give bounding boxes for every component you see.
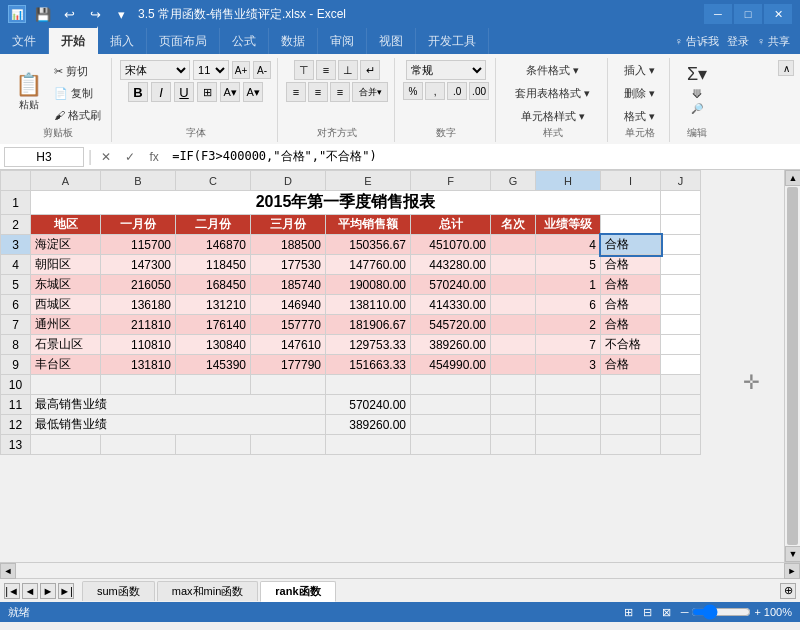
formula-input[interactable] bbox=[168, 147, 796, 167]
cell-3-B[interactable]: 115700 bbox=[101, 235, 176, 255]
customize-button[interactable]: ▾ bbox=[110, 3, 132, 25]
name-box[interactable] bbox=[4, 147, 84, 167]
underline-button[interactable]: U bbox=[174, 82, 194, 102]
cell-7-I[interactable] bbox=[661, 315, 701, 335]
cell-3-F[interactable]: 451070.00 bbox=[411, 235, 491, 255]
cell-9-G[interactable] bbox=[491, 355, 536, 375]
view-break-btn[interactable]: ⊠ bbox=[662, 606, 671, 619]
cell-5-H[interactable]: 合格 bbox=[601, 275, 661, 295]
cell-10-E[interactable] bbox=[326, 375, 411, 395]
next-sheet-btn[interactable]: ► bbox=[40, 583, 56, 599]
cell-13-B[interactable] bbox=[101, 435, 176, 455]
cell-4-D[interactable]: 177530 bbox=[251, 255, 326, 275]
cell-10-F[interactable] bbox=[411, 375, 491, 395]
sheet-tab-sum[interactable]: sum函数 bbox=[82, 581, 155, 601]
tab-page-layout[interactable]: 页面布局 bbox=[147, 28, 220, 54]
tab-data[interactable]: 数据 bbox=[269, 28, 318, 54]
cell-12-G[interactable] bbox=[491, 415, 536, 435]
vertical-scrollbar[interactable]: ▲ ▼ bbox=[784, 170, 800, 562]
zoom-in-btn[interactable]: + bbox=[754, 606, 760, 618]
row-header-2[interactable]: 2 bbox=[1, 215, 31, 235]
cell-10-B[interactable] bbox=[101, 375, 176, 395]
cell-7-A[interactable]: 通州区 bbox=[31, 315, 101, 335]
insert-cell-btn[interactable]: 插入 ▾ bbox=[620, 60, 659, 80]
cell-2-D[interactable]: 三月份 bbox=[251, 215, 326, 235]
cell-8-B[interactable]: 110810 bbox=[101, 335, 176, 355]
cell-6-E[interactable]: 138110.00 bbox=[326, 295, 411, 315]
cell-2-C[interactable]: 二月份 bbox=[176, 215, 251, 235]
cell-3-G[interactable] bbox=[491, 235, 536, 255]
sheet-tab-rank[interactable]: rank函数 bbox=[260, 581, 335, 602]
autosum-button[interactable]: Σ▾ ⟱ 🔎 bbox=[679, 60, 715, 129]
cell-9-I[interactable] bbox=[661, 355, 701, 375]
col-header-A[interactable]: A bbox=[31, 171, 101, 191]
cell-8-H[interactable]: 不合格 bbox=[601, 335, 661, 355]
cell-9-E[interactable]: 151663.33 bbox=[326, 355, 411, 375]
tab-formula[interactable]: 公式 bbox=[220, 28, 269, 54]
cell-6-G2[interactable]: 6 bbox=[536, 295, 601, 315]
cell-2-E[interactable]: 平均销售额 bbox=[326, 215, 411, 235]
row-header-7[interactable]: 7 bbox=[1, 315, 31, 335]
col-header-I[interactable]: I bbox=[601, 171, 661, 191]
cell-2-J[interactable] bbox=[661, 215, 701, 235]
cell-11-G[interactable] bbox=[491, 395, 536, 415]
col-header-F[interactable]: F bbox=[411, 171, 491, 191]
first-sheet-btn[interactable]: |◄ bbox=[4, 583, 20, 599]
cell-8-D[interactable]: 147610 bbox=[251, 335, 326, 355]
cell-5-C[interactable]: 168450 bbox=[176, 275, 251, 295]
cell-12-I[interactable] bbox=[601, 415, 661, 435]
zoom-slider[interactable] bbox=[691, 604, 751, 620]
cell-8-F[interactable]: 389260.00 bbox=[411, 335, 491, 355]
cell-12-J[interactable] bbox=[661, 415, 701, 435]
cell-5-G2[interactable]: 1 bbox=[536, 275, 601, 295]
col-header-E[interactable]: E bbox=[326, 171, 411, 191]
maximize-button[interactable]: □ bbox=[734, 4, 762, 24]
col-header-C[interactable]: C bbox=[176, 171, 251, 191]
cell-10-G[interactable] bbox=[491, 375, 536, 395]
cell-7-F[interactable]: 545720.00 bbox=[411, 315, 491, 335]
view-page-btn[interactable]: ⊟ bbox=[643, 606, 652, 619]
font-size-up-btn[interactable]: A+ bbox=[232, 61, 250, 79]
row-header-3[interactable]: 3 bbox=[1, 235, 31, 255]
row-header-11[interactable]: 11 bbox=[1, 395, 31, 415]
cell-13-A[interactable] bbox=[31, 435, 101, 455]
cell-7-G[interactable] bbox=[491, 315, 536, 335]
cell-9-H[interactable]: 合格 bbox=[601, 355, 661, 375]
cell-3-E[interactable]: 150356.67 bbox=[326, 235, 411, 255]
confirm-formula-btn[interactable]: ✓ bbox=[120, 147, 140, 167]
cell-8-C[interactable]: 130840 bbox=[176, 335, 251, 355]
cell-4-C[interactable]: 118450 bbox=[176, 255, 251, 275]
cell-7-C[interactable]: 176140 bbox=[176, 315, 251, 335]
cell-12-H[interactable] bbox=[536, 415, 601, 435]
comma-btn[interactable]: , bbox=[425, 82, 445, 100]
border-button[interactable]: ⊞ bbox=[197, 82, 217, 102]
cell-7-H[interactable]: 合格 bbox=[601, 315, 661, 335]
cell-6-D[interactable]: 146940 bbox=[251, 295, 326, 315]
cell-6-C[interactable]: 131210 bbox=[176, 295, 251, 315]
cell-style-btn[interactable]: 单元格样式 ▾ bbox=[517, 106, 589, 126]
cell-13-G[interactable] bbox=[491, 435, 536, 455]
cell-6-A[interactable]: 西城区 bbox=[31, 295, 101, 315]
cell-2-G[interactable]: 名次 bbox=[491, 215, 536, 235]
cell-4-G2[interactable]: 5 bbox=[536, 255, 601, 275]
cell-4-I[interactable] bbox=[661, 255, 701, 275]
cell-13-I[interactable] bbox=[601, 435, 661, 455]
cell-1-J[interactable] bbox=[661, 191, 701, 215]
col-header-H[interactable]: H bbox=[536, 171, 601, 191]
cell-9-G2[interactable]: 3 bbox=[536, 355, 601, 375]
align-top-btn[interactable]: ⊤ bbox=[294, 60, 314, 80]
align-left-btn[interactable]: ≡ bbox=[286, 82, 306, 102]
cell-2-A[interactable]: 地区 bbox=[31, 215, 101, 235]
save-button[interactable]: 💾 bbox=[32, 3, 54, 25]
cell-11-J[interactable] bbox=[661, 395, 701, 415]
col-header-J[interactable]: J bbox=[661, 171, 701, 191]
row-header-4[interactable]: 4 bbox=[1, 255, 31, 275]
tab-view[interactable]: 视图 bbox=[367, 28, 416, 54]
cell-4-B[interactable]: 147300 bbox=[101, 255, 176, 275]
cell-13-C[interactable] bbox=[176, 435, 251, 455]
tab-dev[interactable]: 开发工具 bbox=[416, 28, 489, 54]
cell-13-J[interactable] bbox=[661, 435, 701, 455]
tab-file[interactable]: 文件 bbox=[0, 28, 49, 54]
login[interactable]: 登录 bbox=[727, 34, 749, 49]
cell-2-B[interactable]: 一月份 bbox=[101, 215, 176, 235]
